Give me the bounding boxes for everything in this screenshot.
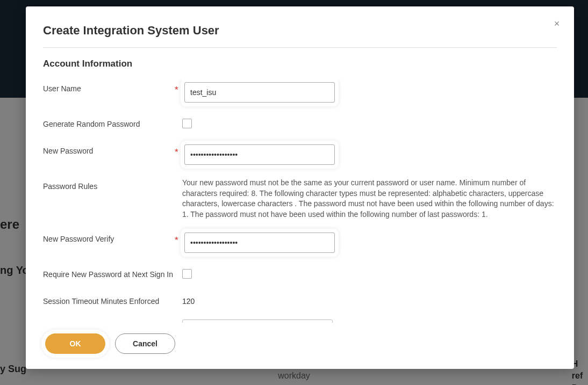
password-rules-label: Password Rules [43, 178, 175, 191]
session-timeout-enforced-label: Session Timeout Minutes Enforced [43, 293, 175, 306]
modal-footer: OK Cancel [43, 323, 557, 356]
generate-random-password-checkbox[interactable] [182, 119, 192, 128]
section-title-account-info: Account Information [43, 59, 557, 69]
session-timeout-enforced-value: 120 [182, 293, 557, 306]
close-icon: × [554, 18, 560, 30]
require-new-password-checkbox[interactable] [182, 269, 192, 279]
username-label: User Name [43, 80, 175, 93]
modal-title: Create Integration System User [43, 24, 557, 38]
new-password-label: New Password [43, 142, 175, 155]
close-button[interactable]: × [550, 17, 563, 30]
require-new-password-label: Require New Password at Next Sign In [43, 266, 175, 279]
password-rules-text: Your new password must not be the same a… [182, 178, 557, 220]
new-password-input[interactable] [184, 144, 335, 165]
divider [43, 47, 557, 48]
username-input[interactable] [184, 82, 335, 103]
required-asterisk-icon: * [175, 80, 182, 95]
create-isu-modal: × Create Integration System User Account… [26, 6, 574, 369]
ok-button[interactable]: OK [45, 333, 105, 354]
new-password-verify-input[interactable] [184, 233, 335, 253]
cancel-button[interactable]: Cancel [115, 333, 175, 354]
required-asterisk-icon: * [175, 230, 182, 245]
required-asterisk-icon: * [175, 142, 182, 157]
new-password-verify-label: New Password Verify [43, 230, 175, 243]
generate-random-password-label: Generate Random Password [43, 115, 175, 128]
